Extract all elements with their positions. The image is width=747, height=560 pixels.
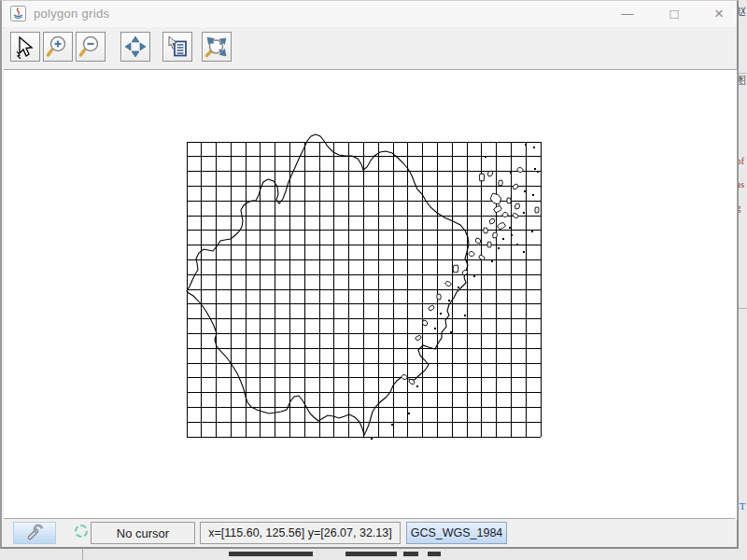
zoom-full-extent-icon — [204, 35, 229, 59]
titlebar[interactable]: polygon grids — □ × — [2, 1, 737, 28]
window-title: polygon grids — [34, 7, 109, 21]
zoom-out-button[interactable] — [76, 32, 106, 62]
background-text-fragment: 赵 — [739, 6, 747, 17]
zoom-in-button[interactable] — [43, 32, 73, 62]
wrench-icon — [24, 523, 45, 543]
pan-button[interactable] — [120, 32, 150, 62]
java-app-icon — [10, 6, 26, 21]
crs-button[interactable]: GCS_WGS_1984 — [406, 522, 507, 544]
screen: polygon grids — □ × — [0, 0, 747, 560]
map-canvas[interactable] — [4, 69, 738, 520]
statusbar: No cursor x=[115.60, 125.56] y=[26.07, 3… — [4, 518, 735, 547]
cursor-status-field: No cursor — [91, 522, 195, 544]
pan-arrows-icon — [123, 35, 148, 59]
background-text-smudge — [428, 552, 441, 556]
app-window: polygon grids — □ × — [0, 0, 739, 549]
full-extent-button[interactable] — [202, 32, 232, 62]
toolbar — [4, 27, 735, 69]
zoom-out-icon — [78, 35, 103, 59]
minimize-button[interactable]: — — [613, 4, 641, 24]
background-text-fragment: g — [739, 202, 747, 213]
background-text-fragment: 图 — [739, 75, 747, 86]
background-text-fragment: of — [739, 155, 747, 166]
background-text-smudge — [229, 552, 313, 556]
background-text-smudge — [345, 552, 397, 556]
maximize-button[interactable]: □ — [660, 4, 688, 24]
tracking-circle-icon — [75, 525, 88, 538]
extent-coordinates-field: x=[115.60, 125.56] y=[26.07, 32.13] — [200, 522, 401, 544]
background-window-right-strip: 赵图ofasgIT — [739, 0, 747, 560]
background-window-bottom-strip — [0, 549, 747, 560]
identify-document-icon — [165, 35, 190, 59]
settings-tool-button[interactable] — [13, 522, 56, 544]
identify-button[interactable] — [162, 32, 192, 62]
select-arrow-icon — [13, 35, 37, 59]
background-text-fragment: as — [739, 178, 747, 189]
zoom-in-icon — [46, 35, 70, 59]
background-text-fragment: IT — [739, 500, 747, 511]
background-text-smudge — [403, 552, 418, 556]
close-button[interactable]: × — [705, 4, 733, 24]
select-tool-button[interactable] — [10, 32, 40, 62]
